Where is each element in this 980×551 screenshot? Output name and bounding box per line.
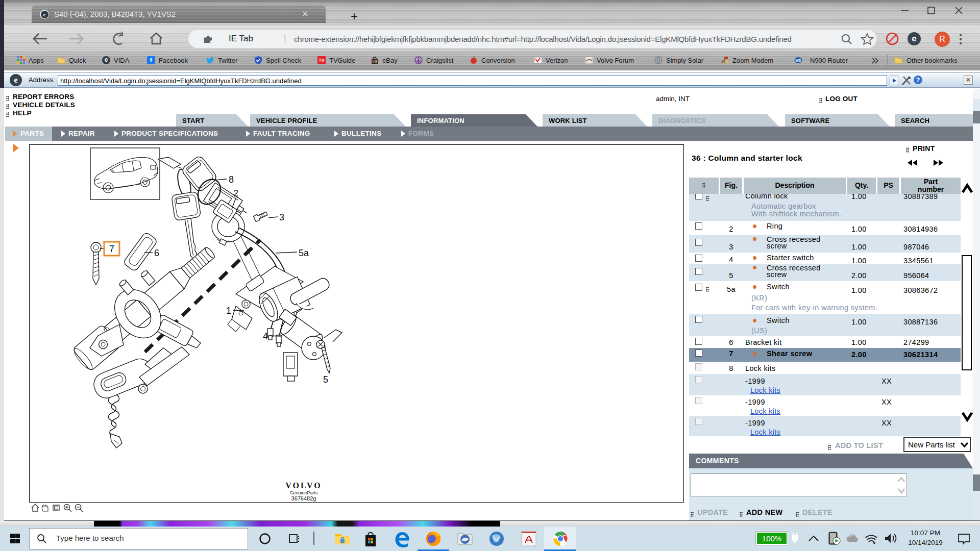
svg-text:5: 5 (323, 374, 328, 385)
svg-text:5a: 5a (299, 248, 309, 258)
svg-text:7: 7 (109, 244, 114, 254)
svg-text:3676482g: 3676482g (291, 495, 316, 502)
svg-text:4: 4 (263, 331, 268, 341)
svg-text:2: 2 (233, 188, 238, 198)
svg-text:1: 1 (226, 306, 231, 316)
svg-text:WD: WD (795, 59, 801, 62)
svg-text:3: 3 (279, 212, 284, 222)
svg-text:GenuineParts: GenuineParts (289, 490, 318, 495)
svg-text:VOLVO: VOLVO (285, 481, 322, 490)
svg-text:6: 6 (154, 248, 159, 258)
svg-text:8: 8 (229, 174, 234, 185)
